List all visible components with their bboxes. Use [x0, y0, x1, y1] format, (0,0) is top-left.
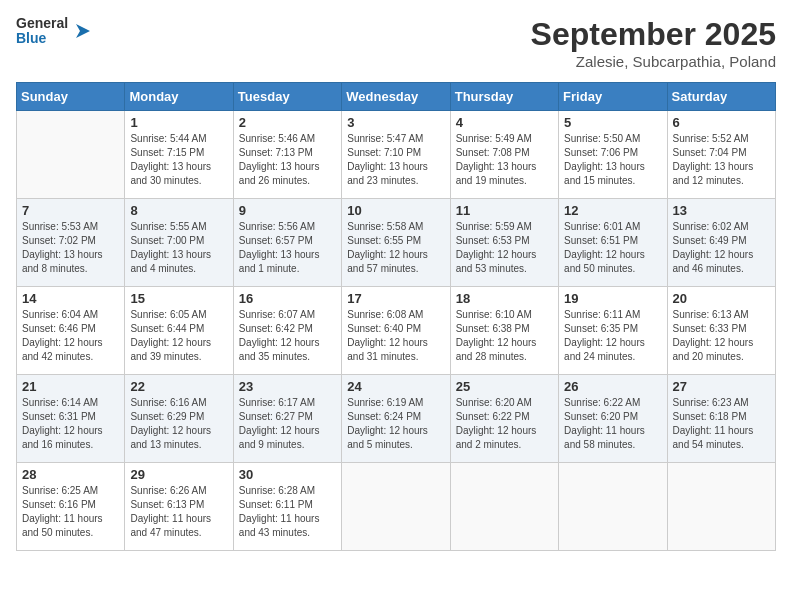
calendar-cell — [450, 463, 558, 551]
day-number: 4 — [456, 115, 553, 130]
calendar-cell — [559, 463, 667, 551]
day-number: 3 — [347, 115, 444, 130]
day-number: 30 — [239, 467, 336, 482]
day-detail: Sunrise: 6:25 AM Sunset: 6:16 PM Dayligh… — [22, 484, 119, 540]
logo-general: General — [16, 16, 68, 31]
day-number: 1 — [130, 115, 227, 130]
day-number: 7 — [22, 203, 119, 218]
calendar-table: SundayMondayTuesdayWednesdayThursdayFrid… — [16, 82, 776, 551]
weekday-header: Tuesday — [233, 83, 341, 111]
calendar-week-row: 21Sunrise: 6:14 AM Sunset: 6:31 PM Dayli… — [17, 375, 776, 463]
calendar-cell — [667, 463, 775, 551]
calendar-cell: 8Sunrise: 5:55 AM Sunset: 7:00 PM Daylig… — [125, 199, 233, 287]
day-number: 14 — [22, 291, 119, 306]
calendar-cell: 26Sunrise: 6:22 AM Sunset: 6:20 PM Dayli… — [559, 375, 667, 463]
day-detail: Sunrise: 5:59 AM Sunset: 6:53 PM Dayligh… — [456, 220, 553, 276]
page-header: General Blue September 2025 Zalesie, Sub… — [16, 16, 776, 70]
weekday-row: SundayMondayTuesdayWednesdayThursdayFrid… — [17, 83, 776, 111]
day-number: 9 — [239, 203, 336, 218]
calendar-week-row: 7Sunrise: 5:53 AM Sunset: 7:02 PM Daylig… — [17, 199, 776, 287]
day-detail: Sunrise: 5:58 AM Sunset: 6:55 PM Dayligh… — [347, 220, 444, 276]
calendar-cell — [17, 111, 125, 199]
day-number: 5 — [564, 115, 661, 130]
calendar-cell: 2Sunrise: 5:46 AM Sunset: 7:13 PM Daylig… — [233, 111, 341, 199]
day-number: 21 — [22, 379, 119, 394]
calendar-cell: 25Sunrise: 6:20 AM Sunset: 6:22 PM Dayli… — [450, 375, 558, 463]
day-number: 10 — [347, 203, 444, 218]
day-number: 29 — [130, 467, 227, 482]
day-detail: Sunrise: 5:56 AM Sunset: 6:57 PM Dayligh… — [239, 220, 336, 276]
day-detail: Sunrise: 6:10 AM Sunset: 6:38 PM Dayligh… — [456, 308, 553, 364]
day-number: 8 — [130, 203, 227, 218]
day-detail: Sunrise: 5:47 AM Sunset: 7:10 PM Dayligh… — [347, 132, 444, 188]
day-detail: Sunrise: 6:05 AM Sunset: 6:44 PM Dayligh… — [130, 308, 227, 364]
day-number: 18 — [456, 291, 553, 306]
logo-blue: Blue — [16, 31, 68, 46]
day-detail: Sunrise: 6:22 AM Sunset: 6:20 PM Dayligh… — [564, 396, 661, 452]
location-subtitle: Zalesie, Subcarpathia, Poland — [531, 53, 776, 70]
day-number: 25 — [456, 379, 553, 394]
day-number: 27 — [673, 379, 770, 394]
logo-text: General Blue — [16, 16, 68, 47]
day-detail: Sunrise: 6:08 AM Sunset: 6:40 PM Dayligh… — [347, 308, 444, 364]
calendar-cell: 3Sunrise: 5:47 AM Sunset: 7:10 PM Daylig… — [342, 111, 450, 199]
calendar-week-row: 14Sunrise: 6:04 AM Sunset: 6:46 PM Dayli… — [17, 287, 776, 375]
calendar-cell: 27Sunrise: 6:23 AM Sunset: 6:18 PM Dayli… — [667, 375, 775, 463]
day-number: 17 — [347, 291, 444, 306]
day-number: 24 — [347, 379, 444, 394]
calendar-cell: 9Sunrise: 5:56 AM Sunset: 6:57 PM Daylig… — [233, 199, 341, 287]
day-number: 23 — [239, 379, 336, 394]
calendar-header: SundayMondayTuesdayWednesdayThursdayFrid… — [17, 83, 776, 111]
calendar-cell: 11Sunrise: 5:59 AM Sunset: 6:53 PM Dayli… — [450, 199, 558, 287]
day-detail: Sunrise: 6:17 AM Sunset: 6:27 PM Dayligh… — [239, 396, 336, 452]
day-detail: Sunrise: 6:04 AM Sunset: 6:46 PM Dayligh… — [22, 308, 119, 364]
weekday-header: Thursday — [450, 83, 558, 111]
day-detail: Sunrise: 5:55 AM Sunset: 7:00 PM Dayligh… — [130, 220, 227, 276]
calendar-cell: 6Sunrise: 5:52 AM Sunset: 7:04 PM Daylig… — [667, 111, 775, 199]
weekday-header: Monday — [125, 83, 233, 111]
calendar-cell: 28Sunrise: 6:25 AM Sunset: 6:16 PM Dayli… — [17, 463, 125, 551]
day-detail: Sunrise: 5:49 AM Sunset: 7:08 PM Dayligh… — [456, 132, 553, 188]
calendar-cell: 19Sunrise: 6:11 AM Sunset: 6:35 PM Dayli… — [559, 287, 667, 375]
day-detail: Sunrise: 6:14 AM Sunset: 6:31 PM Dayligh… — [22, 396, 119, 452]
day-number: 19 — [564, 291, 661, 306]
day-detail: Sunrise: 6:20 AM Sunset: 6:22 PM Dayligh… — [456, 396, 553, 452]
day-detail: Sunrise: 6:28 AM Sunset: 6:11 PM Dayligh… — [239, 484, 336, 540]
day-detail: Sunrise: 6:13 AM Sunset: 6:33 PM Dayligh… — [673, 308, 770, 364]
day-number: 22 — [130, 379, 227, 394]
day-number: 16 — [239, 291, 336, 306]
day-detail: Sunrise: 6:11 AM Sunset: 6:35 PM Dayligh… — [564, 308, 661, 364]
calendar-cell: 20Sunrise: 6:13 AM Sunset: 6:33 PM Dayli… — [667, 287, 775, 375]
day-number: 11 — [456, 203, 553, 218]
day-number: 15 — [130, 291, 227, 306]
calendar-week-row: 28Sunrise: 6:25 AM Sunset: 6:16 PM Dayli… — [17, 463, 776, 551]
calendar-cell: 10Sunrise: 5:58 AM Sunset: 6:55 PM Dayli… — [342, 199, 450, 287]
weekday-header: Saturday — [667, 83, 775, 111]
calendar-week-row: 1Sunrise: 5:44 AM Sunset: 7:15 PM Daylig… — [17, 111, 776, 199]
calendar-cell: 24Sunrise: 6:19 AM Sunset: 6:24 PM Dayli… — [342, 375, 450, 463]
calendar-cell: 22Sunrise: 6:16 AM Sunset: 6:29 PM Dayli… — [125, 375, 233, 463]
day-detail: Sunrise: 5:53 AM Sunset: 7:02 PM Dayligh… — [22, 220, 119, 276]
calendar-cell: 15Sunrise: 6:05 AM Sunset: 6:44 PM Dayli… — [125, 287, 233, 375]
calendar-cell: 7Sunrise: 5:53 AM Sunset: 7:02 PM Daylig… — [17, 199, 125, 287]
calendar-cell: 14Sunrise: 6:04 AM Sunset: 6:46 PM Dayli… — [17, 287, 125, 375]
calendar-body: 1Sunrise: 5:44 AM Sunset: 7:15 PM Daylig… — [17, 111, 776, 551]
day-detail: Sunrise: 6:01 AM Sunset: 6:51 PM Dayligh… — [564, 220, 661, 276]
day-number: 13 — [673, 203, 770, 218]
day-detail: Sunrise: 5:44 AM Sunset: 7:15 PM Dayligh… — [130, 132, 227, 188]
calendar-cell: 18Sunrise: 6:10 AM Sunset: 6:38 PM Dayli… — [450, 287, 558, 375]
calendar-cell: 21Sunrise: 6:14 AM Sunset: 6:31 PM Dayli… — [17, 375, 125, 463]
day-detail: Sunrise: 5:50 AM Sunset: 7:06 PM Dayligh… — [564, 132, 661, 188]
day-number: 28 — [22, 467, 119, 482]
day-detail: Sunrise: 6:19 AM Sunset: 6:24 PM Dayligh… — [347, 396, 444, 452]
day-detail: Sunrise: 5:46 AM Sunset: 7:13 PM Dayligh… — [239, 132, 336, 188]
day-detail: Sunrise: 6:23 AM Sunset: 6:18 PM Dayligh… — [673, 396, 770, 452]
calendar-cell — [342, 463, 450, 551]
day-number: 6 — [673, 115, 770, 130]
day-number: 26 — [564, 379, 661, 394]
weekday-header: Sunday — [17, 83, 125, 111]
month-title: September 2025 — [531, 16, 776, 53]
calendar-cell: 12Sunrise: 6:01 AM Sunset: 6:51 PM Dayli… — [559, 199, 667, 287]
title-block: September 2025 Zalesie, Subcarpathia, Po… — [531, 16, 776, 70]
calendar-cell: 1Sunrise: 5:44 AM Sunset: 7:15 PM Daylig… — [125, 111, 233, 199]
